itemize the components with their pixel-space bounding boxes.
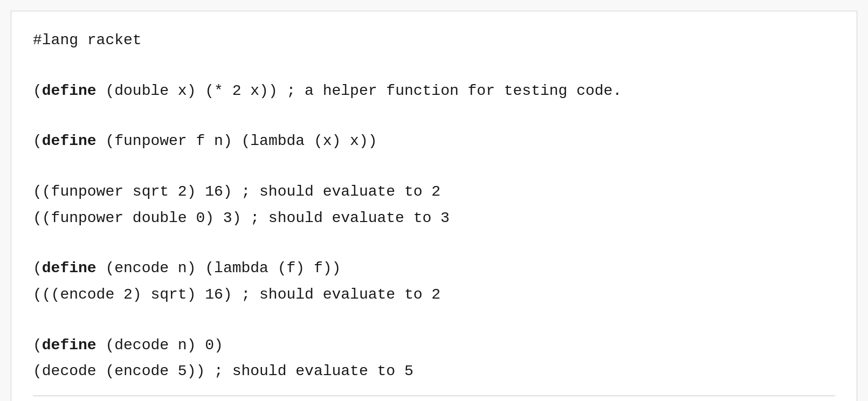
line-define-funpower-rest: (funpower f n) (lambda (x) x)) — [97, 133, 377, 149]
line-define-funpower: (define (funpower f n) (lambda (x) x)) — [33, 128, 835, 155]
keyword-define-4: define — [42, 337, 97, 354]
line-lang: #lang racket — [33, 27, 835, 54]
line-funpower-call-1: ((funpower sqrt 2) 16) ; should evaluate… — [33, 179, 835, 205]
line-define-decode: (define (decode n) 0) — [33, 333, 835, 359]
line-define-decode-rest: (decode n) 0) — [97, 337, 223, 354]
keyword-define-1: define — [42, 82, 97, 99]
line-encode-call: (((encode 2) sqrt) 16) ; should evaluate… — [33, 282, 835, 308]
line-define-double: (define (double x) (* 2 x)) ; a helper f… — [33, 78, 835, 105]
line-blank-4 — [33, 231, 835, 255]
line-define-encode: (define (encode n) (lambda (f) f)) — [33, 255, 835, 282]
line-blank-5 — [33, 308, 835, 333]
bottom-divider — [33, 396, 835, 396]
line-define-encode-rest: (encode n) (lambda (f) f)) — [97, 260, 341, 276]
line-blank-3 — [33, 155, 835, 179]
keyword-define-3: define — [42, 260, 97, 276]
line-funpower-call-2: ((funpower double 0) 3) ; should evaluat… — [33, 205, 835, 232]
keyword-define-2: define — [42, 133, 97, 149]
line-define-double-rest: (double x) (* 2 x)) ; a helper function … — [97, 82, 622, 99]
code-editor: #lang racket (define (double x) (* 2 x))… — [11, 11, 857, 401]
line-decode-call: (decode (encode 5)) ; should evaluate to… — [33, 358, 835, 385]
line-blank-1 — [33, 54, 835, 78]
line-blank-2 — [33, 104, 835, 128]
